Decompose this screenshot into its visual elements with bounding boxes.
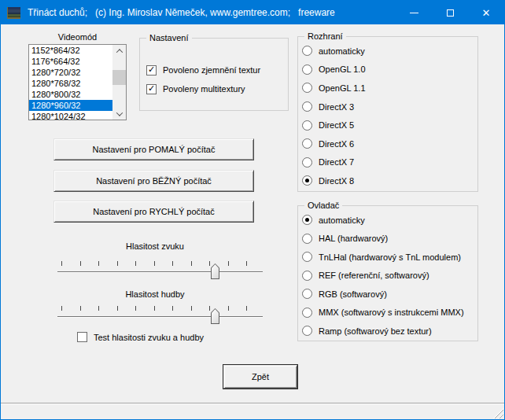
checkbox-box[interactable]: ✓ xyxy=(77,332,87,342)
close-button[interactable]: ✕ xyxy=(468,1,504,24)
checkbox-label: Test hlasitosti zvuku a hudby xyxy=(94,333,204,342)
radio-label: HAL (hardwarový) xyxy=(319,234,388,243)
preset-normal-button[interactable]: Nastavení pro BĚŽNÝ počítač xyxy=(53,170,254,192)
radio-circle[interactable] xyxy=(302,308,312,318)
sound-volume-slider[interactable] xyxy=(46,259,264,284)
radio-interface-auto[interactable]: automaticky xyxy=(302,42,475,61)
radio-circle[interactable] xyxy=(302,175,312,186)
settings-group-label: Nastavení xyxy=(146,33,192,42)
radio-circle[interactable] xyxy=(302,289,312,299)
minimize-icon xyxy=(410,13,418,13)
radio-driver-ref[interactable]: REF (referenční, softwarový) xyxy=(302,267,475,286)
music-volume-slider[interactable] xyxy=(46,304,264,329)
videomode-option[interactable]: 1280*1024/32 xyxy=(29,111,112,120)
videomode-scrollbar[interactable] xyxy=(112,45,126,120)
radio-dot-icon xyxy=(305,179,309,182)
slider-track[interactable] xyxy=(57,316,263,318)
videomode-listbox[interactable]: 1152*864/32 1176*664/32 1280*720/32 1280… xyxy=(28,44,127,120)
interface-group-rows: automaticky OpenGL 1.0 OpenGL 1.1 Direct… xyxy=(302,42,475,190)
chevron-down-icon xyxy=(116,109,122,116)
radio-label: TnLHal (hardwarový s TnL modulem) xyxy=(319,252,461,262)
interface-group-label: Rozhraní xyxy=(304,31,346,41)
scrollbar-thumb[interactable] xyxy=(112,70,126,85)
radio-circle[interactable] xyxy=(302,46,312,56)
radio-label: DirectX 6 xyxy=(319,139,354,149)
close-icon: ✕ xyxy=(482,8,491,18)
radio-dot-icon xyxy=(305,218,309,222)
radio-directx-3[interactable]: DirectX 3 xyxy=(302,98,475,116)
scroll-up-button[interactable] xyxy=(112,45,126,57)
settings-group-rows: ✓ Povoleno zjemnění textur ✓ Povoleny mu… xyxy=(146,61,285,98)
radio-driver-tnlhal[interactable]: TnLHal (hardwarový s TnL modulem) xyxy=(302,248,475,267)
radio-label: DirectX 7 xyxy=(319,157,354,167)
window-title: Třináct duchů; (c) Ing. Miroslav Němeček… xyxy=(28,7,396,18)
radio-opengl-10[interactable]: OpenGL 1.0 xyxy=(302,61,475,79)
radio-label: OpenGL 1.1 xyxy=(319,83,366,93)
radio-circle[interactable] xyxy=(302,64,312,75)
videomode-option[interactable]: 1280*720/32 xyxy=(29,67,112,78)
maximize-icon xyxy=(447,9,454,17)
interface-group: Rozhraní automaticky OpenGL 1.0 OpenGL 1… xyxy=(297,36,478,192)
checkbox-multitextures[interactable]: ✓ Povoleny multitextury xyxy=(146,79,285,98)
radio-circle[interactable] xyxy=(302,215,312,225)
slider-track[interactable] xyxy=(57,271,263,273)
checkbox-box[interactable]: ✓ xyxy=(146,65,157,76)
videomode-option[interactable]: 1280*768/32 xyxy=(29,78,112,89)
back-button[interactable]: Zpět xyxy=(223,365,297,389)
radio-label: REF (referenční, softwarový) xyxy=(319,271,429,280)
minimize-button[interactable] xyxy=(396,1,432,24)
radio-label: DirectX 8 xyxy=(319,176,354,186)
driver-group: Ovladač automaticky HAL (hardwarový) TnL… xyxy=(297,205,478,341)
radio-driver-ramp[interactable]: Ramp (softwarový bez textur) xyxy=(302,322,475,341)
videomode-option[interactable]: 1280*800/32 xyxy=(29,89,112,100)
music-volume-thumb[interactable] xyxy=(211,308,219,324)
radio-directx-7[interactable]: DirectX 7 xyxy=(302,153,475,172)
checkbox-box[interactable]: ✓ xyxy=(146,84,157,94)
preset-slow-button[interactable]: Nastavení pro POMALÝ počítač xyxy=(53,138,254,160)
videomode-option-selected[interactable]: 1280*960/32 xyxy=(29,100,112,111)
preset-fast-button[interactable]: Nastavení pro RYCHLÝ počítač xyxy=(53,201,254,223)
radio-label: DirectX 3 xyxy=(319,102,354,112)
scroll-down-button[interactable] xyxy=(112,108,126,120)
radio-directx-5[interactable]: DirectX 5 xyxy=(302,116,475,134)
radio-circle[interactable] xyxy=(302,271,312,281)
resize-grip[interactable] xyxy=(493,408,503,418)
maximize-button[interactable] xyxy=(432,1,468,24)
music-volume-label: Hlasitost hudby xyxy=(46,289,264,299)
radio-circle[interactable] xyxy=(302,138,312,149)
status-bar xyxy=(1,403,504,419)
check-icon: ✓ xyxy=(148,84,155,93)
window-controls: ✕ xyxy=(396,1,504,24)
radio-driver-hal[interactable]: HAL (hardwarový) xyxy=(302,230,475,249)
radio-driver-auto-selected[interactable]: automaticky xyxy=(302,211,475,230)
checkbox-texture-smoothing[interactable]: ✓ Povoleno zjemnění textur xyxy=(146,61,285,79)
radio-label: automaticky xyxy=(319,46,365,56)
sound-volume-label: Hlasitost zvuku xyxy=(46,241,264,251)
app-window: Třináct duchů; (c) Ing. Miroslav Němeček… xyxy=(0,0,505,420)
videomode-option[interactable]: 1176*664/32 xyxy=(29,56,112,67)
radio-label: MMX (softwarový s instrukcemi MMX) xyxy=(319,308,464,317)
videomode-list: 1152*864/32 1176*664/32 1280*720/32 1280… xyxy=(29,45,112,120)
radio-circle[interactable] xyxy=(302,101,312,112)
radio-circle[interactable] xyxy=(302,157,312,168)
radio-directx-6[interactable]: DirectX 6 xyxy=(302,134,475,153)
sound-volume-thumb[interactable] xyxy=(211,263,219,279)
chevron-up-icon xyxy=(116,49,122,55)
check-icon: ✓ xyxy=(148,65,155,74)
radio-opengl-11[interactable]: OpenGL 1.1 xyxy=(302,79,475,98)
checkbox-label: Povoleny multitextury xyxy=(163,84,245,94)
titlebar[interactable]: Třináct duchů; (c) Ing. Miroslav Němeček… xyxy=(1,1,504,24)
radio-circle[interactable] xyxy=(302,326,312,336)
radio-circle[interactable] xyxy=(302,234,312,244)
radio-circle[interactable] xyxy=(302,83,312,93)
radio-directx-8-selected[interactable]: DirectX 8 xyxy=(302,171,475,190)
checkbox-volume-test[interactable]: ✓ Test hlasitosti zvuku a hudby xyxy=(77,332,204,342)
radio-circle[interactable] xyxy=(302,120,312,131)
videomode-label: Videomód xyxy=(28,32,127,42)
radio-circle[interactable] xyxy=(302,252,312,262)
radio-driver-rgb[interactable]: RGB (softwarový) xyxy=(302,285,475,304)
driver-group-rows: automaticky HAL (hardwarový) TnLHal (har… xyxy=(302,211,475,341)
radio-driver-mmx[interactable]: MMX (softwarový s instrukcemi MMX) xyxy=(302,304,475,322)
videomode-option[interactable]: 1152*864/32 xyxy=(29,45,112,56)
radio-label: DirectX 5 xyxy=(319,120,354,130)
